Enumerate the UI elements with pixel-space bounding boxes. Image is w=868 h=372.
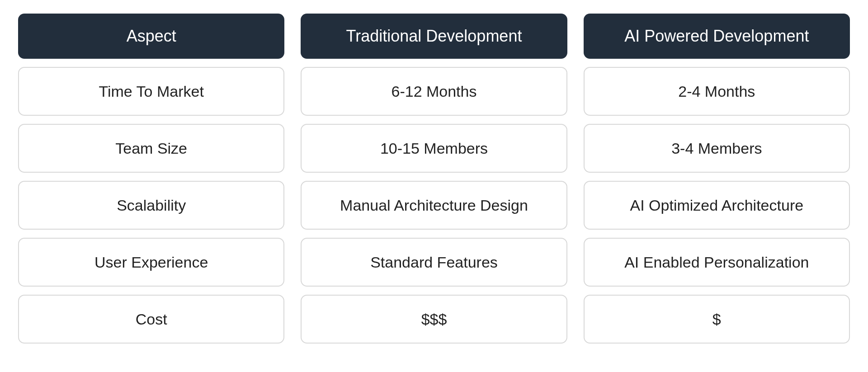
- cell-traditional-2: Manual Architecture Design: [301, 181, 567, 230]
- header-traditional: Traditional Development: [301, 14, 567, 59]
- cell-aspect-0: Time To Market: [18, 67, 284, 116]
- cell-traditional-1: 10-15 Members: [301, 124, 567, 173]
- cell-traditional-0: 6-12 Months: [301, 67, 567, 116]
- cell-traditional-4: $$$: [301, 295, 567, 344]
- comparison-table: Aspect Time To Market Team Size Scalabil…: [18, 14, 850, 344]
- cell-ai-powered-4: $: [584, 295, 850, 344]
- header-aspect: Aspect: [18, 14, 284, 59]
- cell-ai-powered-3: AI Enabled Personalization: [584, 238, 850, 287]
- column-ai-powered: AI Powered Development 2-4 Months 3-4 Me…: [584, 14, 850, 344]
- cell-ai-powered-2: AI Optimized Architecture: [584, 181, 850, 230]
- column-traditional: Traditional Development 6-12 Months 10-1…: [301, 14, 567, 344]
- header-ai-powered: AI Powered Development: [584, 14, 850, 59]
- cell-aspect-2: Scalability: [18, 181, 284, 230]
- cell-ai-powered-0: 2-4 Months: [584, 67, 850, 116]
- cell-aspect-3: User Experience: [18, 238, 284, 287]
- column-aspect: Aspect Time To Market Team Size Scalabil…: [18, 14, 284, 344]
- cell-aspect-4: Cost: [18, 295, 284, 344]
- cell-aspect-1: Team Size: [18, 124, 284, 173]
- cell-traditional-3: Standard Features: [301, 238, 567, 287]
- cell-ai-powered-1: 3-4 Members: [584, 124, 850, 173]
